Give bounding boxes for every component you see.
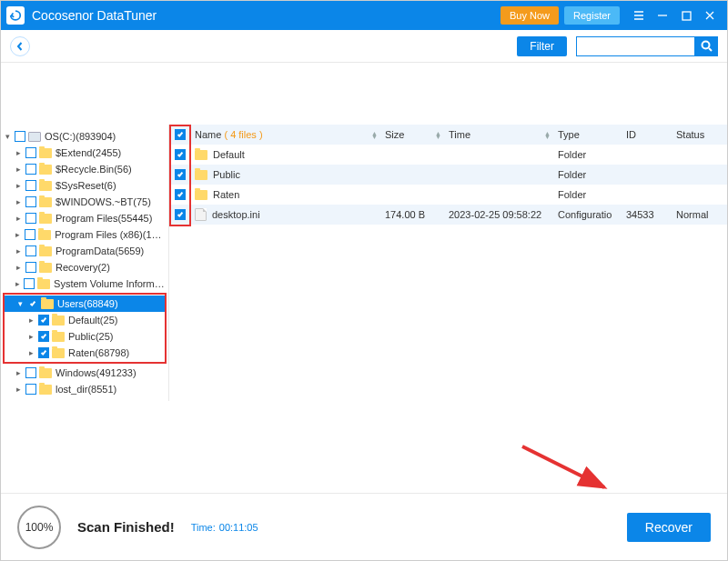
tree-label: $SysReset(6) [56,180,116,191]
tree-checkbox[interactable] [38,347,49,358]
sort-arrows-icon[interactable]: ▲▼ [435,132,441,139]
tree-item[interactable]: ▸Windows(491233) [3,365,167,381]
buy-now-button[interactable]: Buy Now [500,6,559,25]
chevron-down-icon[interactable]: ▾ [3,132,12,141]
titlebar: Cocosenor DataTuner Buy Now Register [1,1,727,30]
tree-item[interactable]: ▸Recovery(2) [3,259,167,275]
file-row[interactable]: PublicFolder [169,165,727,185]
header-type-col[interactable]: Type [554,129,622,140]
expander-icon[interactable]: ▸ [26,348,35,357]
sort-arrows-icon[interactable]: ▲▼ [544,132,551,139]
tree-label: Program Files(55445) [56,213,152,224]
search-input[interactable] [576,36,694,56]
search-button[interactable] [694,36,718,56]
tree-item[interactable]: ▾Users(68849) [5,296,165,312]
tree-item[interactable]: ▸$Extend(2455) [3,145,167,161]
folder-icon [195,150,207,160]
expander-icon[interactable]: ▸ [26,316,35,325]
tree-item[interactable]: ▸Public(25) [5,328,165,345]
expander-icon[interactable]: ▸ [14,385,23,394]
file-row[interactable]: RatenFolder [169,185,727,205]
tree-item[interactable]: ▸Raten(68798) [5,345,165,361]
menu-icon[interactable] [627,1,651,30]
tree-checkbox[interactable] [25,367,36,378]
tree-item[interactable]: ▸$SysReset(6) [3,177,167,194]
tree-item[interactable]: ▸System Volume Information(10) [3,275,167,292]
footer: 100% Scan Finished! Time: 00:11:05 Recov… [1,493,727,560]
expander-icon[interactable]: ▾ [15,299,25,308]
expander-icon[interactable]: ▸ [14,263,23,272]
register-button[interactable]: Register [564,6,620,25]
tree-checkbox[interactable] [15,131,25,142]
header-name-col[interactable]: Name ( 4 files ) ▲▼ [191,129,381,140]
minimize-button[interactable] [651,1,674,30]
folder-tree[interactable]: ▾ OS(C:)(893904) ▸$Extend(2455)▸$Recycle… [1,125,169,401]
tree-item[interactable]: ▸Program Files(55445) [3,210,167,226]
folder-icon [39,263,52,273]
folder-icon [39,148,52,158]
file-row[interactable]: desktop.ini174.00 B2023-02-25 09:58:22Co… [169,205,727,225]
row-checkbox[interactable] [175,169,186,180]
tree-item[interactable]: ▸$WINDOWS.~BT(75) [3,194,167,210]
file-type: Folder [558,189,586,200]
header-status-col[interactable]: Status [672,129,727,140]
tree-checkbox[interactable] [25,213,36,224]
header-status-label: Status [676,129,704,140]
tree-item[interactable]: ▸Program Files (x86)(19409) [3,226,167,243]
tree-checkbox[interactable] [38,331,49,342]
file-size: 174.00 B [385,209,425,220]
tree-checkbox[interactable] [25,147,36,158]
filter-button[interactable]: Filter [517,36,567,56]
tree-checkbox[interactable] [25,180,36,191]
tree-checkbox[interactable] [38,315,49,326]
tree-checkbox[interactable] [25,384,36,395]
file-row[interactable]: DefaultFolder [169,145,727,165]
expander-icon[interactable]: ▸ [14,214,23,223]
tree-checkbox[interactable] [25,164,36,175]
expander-icon[interactable]: ▸ [14,230,22,239]
file-list-header: Name ( 4 files ) ▲▼ Size ▲▼ Time ▲▼ Type… [169,125,727,145]
tree-checkbox[interactable] [25,229,35,240]
expander-icon[interactable]: ▸ [26,332,35,341]
row-checkbox[interactable] [175,189,186,200]
header-size-col[interactable]: Size ▲▼ [381,129,445,140]
file-list-body: DefaultFolderPublicFolderRatenFolderdesk… [169,145,727,401]
recover-button[interactable]: Recover [627,513,711,542]
expander-icon[interactable]: ▸ [14,197,23,206]
expander-icon[interactable]: ▸ [14,368,23,377]
tree-item[interactable]: ▸$Recycle.Bin(56) [3,161,167,177]
file-type: Folder [558,149,586,160]
expander-icon[interactable]: ▸ [14,165,23,174]
header-id-col[interactable]: ID [622,129,672,140]
tree-checkbox[interactable] [27,298,38,309]
back-button[interactable] [10,36,30,56]
tree-checkbox[interactable] [25,196,36,207]
tree-checkbox[interactable] [25,245,36,256]
expander-icon[interactable]: ▸ [14,148,23,157]
file-name: desktop.ini [212,209,260,220]
expander-icon[interactable]: ▸ [14,246,23,255]
folder-icon [39,165,52,175]
maximize-button[interactable] [674,1,698,30]
tree-item[interactable]: ▸lost_dir(8551) [3,381,167,397]
tree-root[interactable]: ▾ OS(C:)(893904) [3,128,167,145]
folder-icon [41,299,54,309]
file-time: 2023-02-25 09:58:22 [449,209,541,220]
expander-icon[interactable]: ▸ [14,181,23,190]
row-checkbox[interactable] [175,149,186,160]
tree-item[interactable]: ▸ProgramData(5659) [3,243,167,259]
folder-icon [38,230,51,240]
row-checkbox[interactable] [175,209,186,220]
tree-label: $Extend(2455) [56,147,121,158]
expander-icon[interactable]: ▸ [14,279,21,288]
close-button[interactable] [698,1,722,30]
tree-label: Public(25) [68,331,114,342]
header-time-col[interactable]: Time ▲▼ [445,129,554,140]
select-all-checkbox[interactable] [175,129,186,140]
tree-label: OS(C:)(893904) [45,131,116,142]
tree-item[interactable]: ▸Default(25) [5,312,165,328]
scan-status-text: Scan Finished! [77,519,175,535]
tree-checkbox[interactable] [25,262,36,273]
sort-arrows-icon[interactable]: ▲▼ [371,132,378,139]
tree-checkbox[interactable] [24,278,35,289]
